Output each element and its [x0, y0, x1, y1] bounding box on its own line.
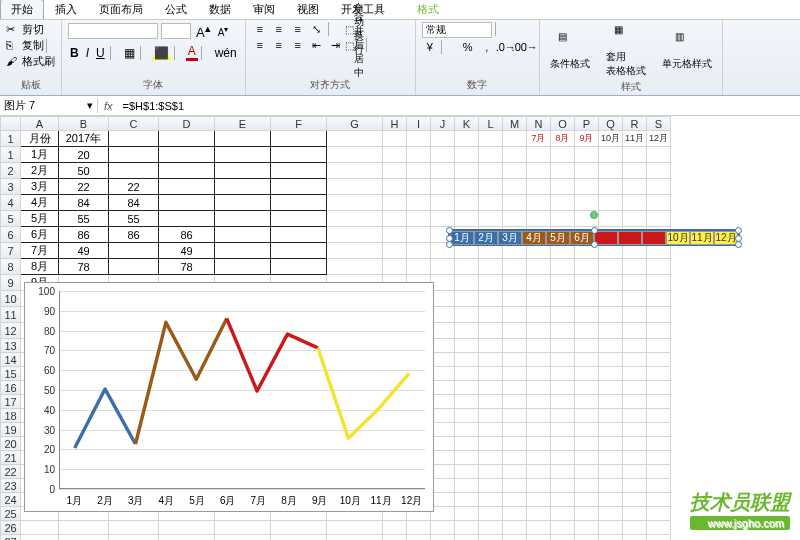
font-family-select[interactable]: [68, 23, 158, 39]
watermark: 技术员联盟 www.jsgho.com: [690, 489, 790, 530]
row-header[interactable]: 4: [1, 195, 21, 211]
align-center-button[interactable]: ≡: [271, 38, 287, 52]
percent-button[interactable]: %: [460, 40, 476, 54]
col-header[interactable]: O: [551, 117, 575, 131]
number-label: 数字: [422, 78, 533, 93]
brush-icon: 🖌: [6, 55, 20, 69]
col-header[interactable]: H: [383, 117, 407, 131]
copy-button[interactable]: ⎘复制: [6, 38, 55, 53]
border-button[interactable]: ▦: [122, 46, 137, 60]
indent-dec-button[interactable]: ⇤: [309, 38, 325, 52]
conditional-format-button[interactable]: ▤条件格式: [546, 29, 594, 73]
line-chart[interactable]: 01020304050607080901001月2月3月4月5月6月7月8月9月…: [24, 282, 434, 512]
col-header[interactable]: Q: [599, 117, 623, 131]
clipboard-label: 贴板: [6, 78, 55, 93]
col-header[interactable]: L: [479, 117, 503, 131]
tab-format[interactable]: 格式: [406, 0, 450, 19]
col-header[interactable]: J: [431, 117, 455, 131]
conditional-icon: ▤: [558, 31, 582, 55]
name-box[interactable]: 图片 7▾: [0, 98, 98, 113]
cellstyle-icon: ▥: [675, 31, 699, 55]
align-right-button[interactable]: ≡: [290, 38, 306, 52]
rotate-handle-icon[interactable]: [590, 211, 598, 219]
format-painter-button[interactable]: 🖌格式刷: [6, 54, 55, 69]
align-bot-button[interactable]: ≡: [290, 22, 306, 36]
decrease-font-button[interactable]: A▾: [216, 24, 231, 38]
row-header[interactable]: 2: [1, 163, 21, 179]
ribbon: ✂剪切 ⎘复制 🖌格式刷 贴板 A▴ A▾ B I U ▦ ⬛ A wén: [0, 20, 800, 96]
table-icon: ▦: [614, 24, 638, 48]
col-header[interactable]: M: [503, 117, 527, 131]
dec-decimal-button[interactable]: .00→: [517, 40, 533, 54]
merge-button[interactable]: ⬚合并后居中: [347, 38, 363, 52]
alignment-label: 对齐方式: [252, 78, 409, 93]
currency-button[interactable]: ¥: [422, 40, 438, 54]
fill-color-button[interactable]: ⬛: [152, 46, 171, 60]
col-header[interactable]: R: [623, 117, 647, 131]
col-header[interactable]: N: [527, 117, 551, 131]
alignment-group: ≡ ≡ ≡ ⤡ ⬚自动换行 ≡ ≡ ≡ ⇤ ⇥ ⬚合并后居中 对齐方式: [246, 20, 416, 95]
col-header[interactable]: F: [271, 117, 327, 131]
styles-label: 样式: [546, 80, 716, 95]
row-header[interactable]: 9: [1, 275, 21, 291]
row-header[interactable]: 3: [1, 179, 21, 195]
orientation-button[interactable]: ⤡: [309, 22, 325, 36]
col-header[interactable]: I: [407, 117, 431, 131]
row-header[interactable]: 5: [1, 211, 21, 227]
font-label: 字体: [68, 78, 239, 93]
bold-button[interactable]: B: [68, 46, 81, 60]
col-header[interactable]: S: [647, 117, 671, 131]
tab-view[interactable]: 视图: [286, 0, 330, 19]
col-header[interactable]: B: [59, 117, 109, 131]
row-header[interactable]: 6: [1, 227, 21, 243]
row-header[interactable]: 10: [1, 291, 21, 307]
number-group: 常规 ¥ % , .0→ .00→ 数字: [416, 20, 540, 95]
tab-insert[interactable]: 插入: [44, 0, 88, 19]
align-top-button[interactable]: ≡: [252, 22, 268, 36]
indent-inc-button[interactable]: ⇥: [328, 38, 344, 52]
underline-button[interactable]: U: [94, 46, 107, 60]
font-color-button[interactable]: A: [186, 44, 198, 61]
ribbon-tabs: 开始 插入 页面布局 公式 数据 审阅 视图 开发工具 格式: [0, 0, 800, 20]
tab-formula[interactable]: 公式: [154, 0, 198, 19]
align-mid-button[interactable]: ≡: [271, 22, 287, 36]
font-group: A▴ A▾ B I U ▦ ⬛ A wén 字体: [62, 20, 246, 95]
row-header[interactable]: 12: [1, 323, 21, 339]
formula-input[interactable]: =$H$1:$S$1: [119, 100, 800, 112]
selected-picture[interactable]: 1月2月3月4月5月6月7月8月9月10月11月12月: [448, 229, 740, 246]
styles-group: ▤条件格式 ▦套用 表格格式 ▥单元格样式 样式: [540, 20, 723, 95]
comma-button[interactable]: ,: [479, 40, 495, 54]
col-header[interactable]: A: [21, 117, 59, 131]
scissors-icon: ✂: [6, 23, 20, 37]
col-header[interactable]: G: [327, 117, 383, 131]
formula-bar: 图片 7▾ fx =$H$1:$S$1: [0, 96, 800, 116]
row-header[interactable]: 1: [1, 131, 21, 147]
tab-data[interactable]: 数据: [198, 0, 242, 19]
col-header[interactable]: K: [455, 117, 479, 131]
increase-font-button[interactable]: A▴: [194, 22, 213, 40]
col-header[interactable]: D: [159, 117, 215, 131]
row-header[interactable]: 7: [1, 243, 21, 259]
chevron-down-icon: ▾: [87, 99, 93, 112]
col-header[interactable]: E: [215, 117, 271, 131]
align-left-button[interactable]: ≡: [252, 38, 268, 52]
phonetic-button[interactable]: wén: [213, 46, 239, 60]
tab-review[interactable]: 审阅: [242, 0, 286, 19]
col-header[interactable]: C: [109, 117, 159, 131]
fx-icon[interactable]: fx: [98, 100, 119, 112]
font-size-select[interactable]: [161, 23, 191, 39]
copy-icon: ⎘: [6, 39, 20, 53]
table-format-button[interactable]: ▦套用 表格格式: [602, 22, 650, 80]
row-header[interactable]: 8: [1, 259, 21, 275]
number-format-select[interactable]: 常规: [422, 22, 492, 38]
col-header[interactable]: P: [575, 117, 599, 131]
tab-layout[interactable]: 页面布局: [88, 0, 154, 19]
cut-button[interactable]: ✂剪切: [6, 22, 44, 37]
tab-home[interactable]: 开始: [0, 0, 44, 19]
cell-styles-button[interactable]: ▥单元格样式: [658, 29, 716, 73]
clipboard-group: ✂剪切 ⎘复制 🖌格式刷 贴板: [0, 20, 62, 95]
italic-button[interactable]: I: [84, 46, 91, 60]
row-header[interactable]: 1: [1, 147, 21, 163]
row-header[interactable]: 11: [1, 307, 21, 323]
